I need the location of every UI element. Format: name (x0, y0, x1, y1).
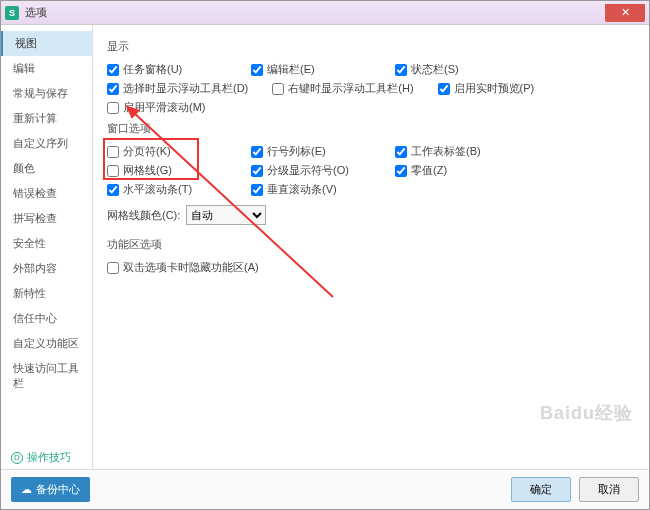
display-item-1[interactable]: 编辑栏(E) (251, 60, 371, 79)
display-label-4: 右键时显示浮动工具栏(H) (288, 81, 413, 96)
window-label-7: 垂直滚动条(V) (267, 182, 337, 197)
ribbon-hide-checkbox[interactable]: 双击选项卡时隐藏功能区(A) (107, 258, 259, 277)
close-button[interactable]: ✕ (605, 4, 645, 22)
window-label-3: 网格线(G) (123, 163, 172, 178)
window-label-0: 分页符(K) (123, 144, 171, 159)
display-label-3: 选择时显示浮动工具栏(D) (123, 81, 248, 96)
sidebar-item-4[interactable]: 自定义序列 (1, 131, 92, 156)
backup-label: 备份中心 (36, 482, 80, 497)
ok-button[interactable]: 确定 (511, 477, 571, 502)
display-checkbox-0[interactable] (107, 64, 119, 76)
watermark: Baidu经验 (540, 401, 633, 425)
display-item-4[interactable]: 右键时显示浮动工具栏(H) (272, 79, 413, 98)
cancel-button[interactable]: 取消 (579, 477, 639, 502)
display-checkbox-1[interactable] (251, 64, 263, 76)
display-label-1: 编辑栏(E) (267, 62, 315, 77)
sidebar-item-5[interactable]: 颜色 (1, 156, 92, 181)
window-item-4[interactable]: 分级显示符号(O) (251, 161, 371, 180)
titlebar: S 选项 ✕ (1, 1, 649, 25)
sidebar-item-3[interactable]: 重新计算 (1, 106, 92, 131)
window-checkbox-7[interactable] (251, 184, 263, 196)
sidebar-item-13[interactable]: 快速访问工具栏 (1, 356, 92, 396)
ribbon-hide-input[interactable] (107, 262, 119, 274)
window-item-7[interactable]: 垂直滚动条(V) (251, 180, 371, 199)
display-label-2: 状态栏(S) (411, 62, 459, 77)
content-panel: 显示 任务窗格(U)编辑栏(E)状态栏(S)选择时显示浮动工具栏(D)右键时显示… (93, 25, 649, 469)
window-label-1: 行号列标(E) (267, 144, 326, 159)
sidebar-item-9[interactable]: 外部内容 (1, 256, 92, 281)
sidebar-item-7[interactable]: 拼写检查 (1, 206, 92, 231)
window-checkbox-2[interactable] (395, 146, 407, 158)
app-icon: S (5, 6, 19, 20)
backup-button[interactable]: ☁ 备份中心 (11, 477, 90, 502)
window-checkbox-0[interactable] (107, 146, 119, 158)
sidebar-item-0[interactable]: 视图 (1, 31, 92, 56)
display-item-0[interactable]: 任务窗格(U) (107, 60, 227, 79)
display-label-5: 启用实时预览(P) (454, 81, 535, 96)
tip-icon: D (11, 452, 23, 464)
section-ribbon-title: 功能区选项 (107, 237, 635, 252)
window-item-2[interactable]: 工作表标签(B) (395, 142, 515, 161)
display-item-6[interactable]: 启用平滑滚动(M) (107, 98, 227, 117)
window-item-1[interactable]: 行号列标(E) (251, 142, 371, 161)
section-window-title: 窗口选项 (107, 121, 635, 136)
window-item-3[interactable]: 网格线(G) (107, 161, 227, 180)
window-label-4: 分级显示符号(O) (267, 163, 349, 178)
cloud-icon: ☁ (21, 483, 32, 496)
display-checkbox-6[interactable] (107, 102, 119, 114)
window-checkbox-6[interactable] (107, 184, 119, 196)
sidebar-item-2[interactable]: 常规与保存 (1, 81, 92, 106)
footer: ☁ 备份中心 确定 取消 (1, 469, 649, 509)
window-item-0[interactable]: 分页符(K) (107, 142, 227, 161)
display-checkbox-3[interactable] (107, 83, 119, 95)
sidebar-item-1[interactable]: 编辑 (1, 56, 92, 81)
ribbon-hide-label: 双击选项卡时隐藏功能区(A) (123, 260, 259, 275)
gridcolor-label: 网格线颜色(C): (107, 208, 180, 223)
window-title: 选项 (25, 5, 605, 20)
window-item-6[interactable]: 水平滚动条(T) (107, 180, 227, 199)
display-checkbox-5[interactable] (438, 83, 450, 95)
window-item-5[interactable]: 零值(Z) (395, 161, 515, 180)
window-checkbox-1[interactable] (251, 146, 263, 158)
display-checkbox-4[interactable] (272, 83, 284, 95)
window-label-6: 水平滚动条(T) (123, 182, 192, 197)
display-label-6: 启用平滑滚动(M) (123, 100, 206, 115)
window-label-2: 工作表标签(B) (411, 144, 481, 159)
display-item-5[interactable]: 启用实时预览(P) (438, 79, 558, 98)
window-checkbox-3[interactable] (107, 165, 119, 177)
display-checkbox-2[interactable] (395, 64, 407, 76)
display-item-2[interactable]: 状态栏(S) (395, 60, 515, 79)
sidebar-item-10[interactable]: 新特性 (1, 281, 92, 306)
window-label-5: 零值(Z) (411, 163, 447, 178)
gridcolor-select[interactable]: 自动 (186, 205, 266, 225)
sidebar-item-6[interactable]: 错误检查 (1, 181, 92, 206)
display-item-3[interactable]: 选择时显示浮动工具栏(D) (107, 79, 248, 98)
section-display-title: 显示 (107, 39, 635, 54)
sidebar-item-12[interactable]: 自定义功能区 (1, 331, 92, 356)
display-label-0: 任务窗格(U) (123, 62, 182, 77)
window-checkbox-4[interactable] (251, 165, 263, 177)
tip-link[interactable]: D 操作技巧 (11, 450, 71, 465)
tip-label: 操作技巧 (27, 450, 71, 465)
sidebar-item-8[interactable]: 安全性 (1, 231, 92, 256)
window-checkbox-5[interactable] (395, 165, 407, 177)
sidebar: 视图编辑常规与保存重新计算自定义序列颜色错误检查拼写检查安全性外部内容新特性信任… (1, 25, 93, 469)
sidebar-item-11[interactable]: 信任中心 (1, 306, 92, 331)
